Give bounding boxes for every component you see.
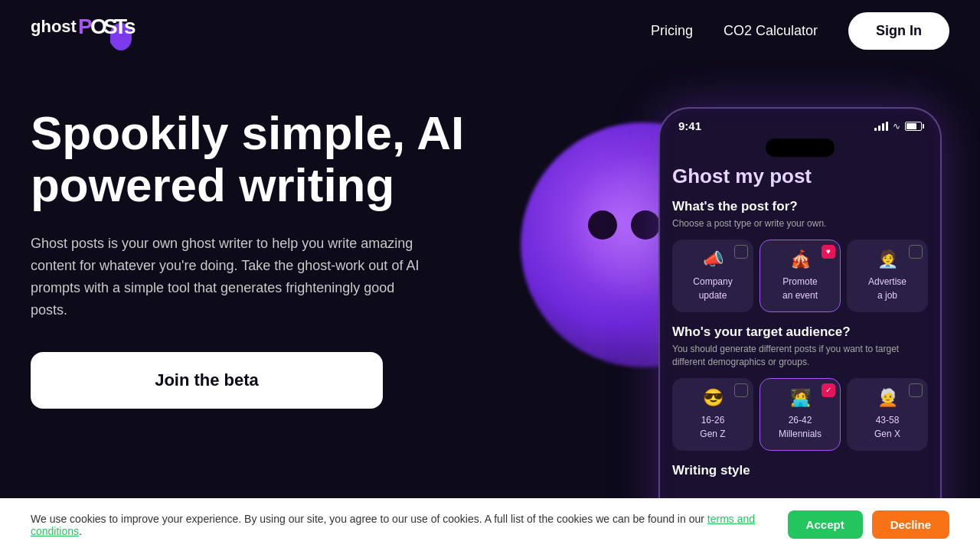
- post-type-cards: 📣 Companyupdate ♥ 🎪 Promotean event: [672, 240, 928, 312]
- card-label-genx: 43-58Gen X: [874, 415, 900, 440]
- hero-section: Spookily simple, AI powered writing Ghos…: [0, 61, 980, 551]
- accept-button[interactable]: Accept: [788, 510, 863, 539]
- card-gen-x[interactable]: 🧑‍🦳 43-58Gen X: [847, 378, 928, 451]
- card-label-event: Promotean event: [782, 276, 818, 302]
- post-section-subtitle: Choose a post type or write your own.: [672, 217, 928, 230]
- card-label-millennials: 26-42Millennials: [779, 415, 822, 440]
- decline-button[interactable]: Decline: [872, 510, 949, 539]
- card-promote-event[interactable]: ♥ 🎪 Promotean event: [760, 240, 841, 312]
- navbar: ghost P O S T s Pricing CO2 Calculator S…: [0, 0, 980, 61]
- battery-icon: [905, 122, 922, 131]
- ghost-eye-left: [588, 210, 617, 240]
- audience-cards: 😎 16-26Gen Z ✓ 🧑‍💻 26-42Millennials: [672, 378, 928, 451]
- audience-section-subtitle: You should generate different posts if y…: [672, 343, 928, 369]
- cookie-buttons: Accept Decline: [788, 510, 949, 539]
- hero-right: 9:41 ∿: [475, 92, 949, 551]
- hero-title: Spookily simple, AI powered writing: [31, 107, 475, 211]
- signin-button[interactable]: Sign In: [848, 12, 949, 50]
- phone-main-title: Ghost my post: [672, 165, 928, 188]
- status-icons: ∿: [874, 121, 922, 132]
- signal-icon: [874, 122, 888, 131]
- ghost-eyes-decoration: [588, 210, 660, 240]
- card-check-event: ♥: [822, 245, 835, 259]
- phone-mockup: 9:41 ∿: [658, 107, 942, 551]
- card-check-company: [734, 245, 748, 259]
- logo-svg: ghost P O S T s: [31, 9, 168, 52]
- card-check-genx: [909, 383, 923, 397]
- cookie-text-content: We use cookies to improve your experienc…: [31, 513, 704, 525]
- hero-left: Spookily simple, AI powered writing Ghos…: [31, 92, 475, 409]
- card-check-job: [909, 245, 923, 259]
- join-beta-button[interactable]: Join the beta: [31, 352, 383, 409]
- card-millennials[interactable]: ✓ 🧑‍💻 26-42Millennials: [760, 378, 841, 451]
- card-check-genz: [734, 383, 748, 397]
- audience-section-title: Who's your target audience?: [672, 324, 928, 340]
- card-label-genz: 16-26Gen Z: [700, 415, 725, 440]
- status-bar: 9:41 ∿: [660, 109, 940, 139]
- co2-link[interactable]: CO2 Calculator: [724, 23, 818, 39]
- hero-description: Ghost posts is your own ghost writer to …: [31, 233, 429, 321]
- card-advertise-job[interactable]: 🧑‍💼 Advertisea job: [847, 240, 928, 312]
- card-check-millennials: ✓: [822, 383, 835, 397]
- post-section-title: What's the post for?: [672, 199, 928, 214]
- card-company-update[interactable]: 📣 Companyupdate: [672, 240, 753, 312]
- cookie-banner: We use cookies to improve your experienc…: [0, 498, 980, 551]
- dynamic-island: [766, 139, 835, 157]
- svg-text:ghost: ghost: [31, 17, 77, 36]
- pricing-link[interactable]: Pricing: [651, 23, 693, 39]
- card-gen-z[interactable]: 😎 16-26Gen Z: [672, 378, 753, 451]
- card-label-company: Companyupdate: [693, 276, 732, 302]
- writing-style-title: Writing style: [672, 463, 928, 478]
- svg-text:s: s: [124, 15, 136, 38]
- card-label-job: Advertisea job: [868, 276, 906, 302]
- nav-links: Pricing CO2 Calculator Sign In: [651, 12, 949, 50]
- wifi-icon: ∿: [893, 121, 900, 132]
- phone-content: Ghost my post What's the post for? Choos…: [660, 165, 940, 478]
- logo[interactable]: ghost P O S T s: [31, 9, 168, 52]
- cookie-text: We use cookies to improve your experienc…: [31, 513, 773, 537]
- status-time: 9:41: [678, 119, 701, 132]
- ghost-eye-right: [631, 210, 660, 240]
